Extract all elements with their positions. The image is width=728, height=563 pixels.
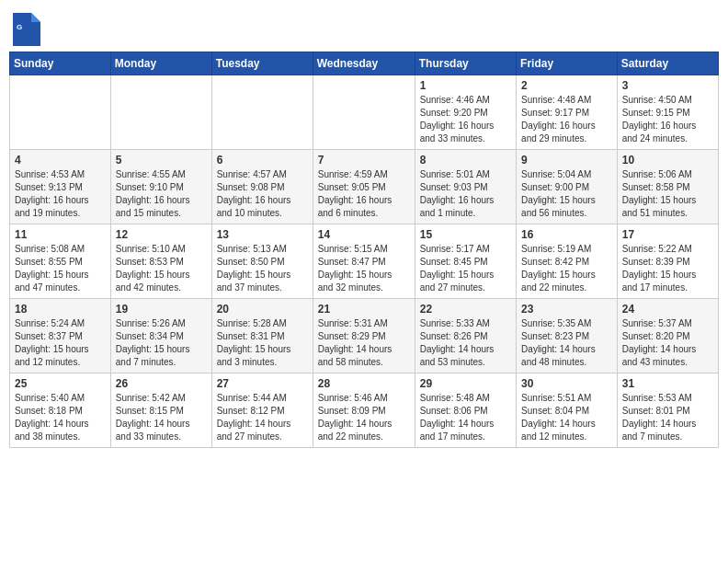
day-info: Sunrise: 5:44 AM Sunset: 8:12 PM Dayligh… bbox=[217, 392, 308, 443]
day-info: Sunrise: 4:55 AM Sunset: 9:10 PM Dayligh… bbox=[116, 168, 207, 220]
day-number: 21 bbox=[318, 303, 410, 316]
day-info: Sunrise: 5:15 AM Sunset: 8:47 PM Dayligh… bbox=[318, 243, 410, 294]
svg-marker-1 bbox=[31, 13, 40, 22]
calendar-cell: 17Sunrise: 5:22 AM Sunset: 8:39 PM Dayli… bbox=[617, 224, 718, 299]
calendar-cell: 22Sunrise: 5:33 AM Sunset: 8:26 PM Dayli… bbox=[415, 299, 516, 373]
day-info: Sunrise: 4:59 AM Sunset: 9:05 PM Dayligh… bbox=[318, 168, 410, 220]
calendar-cell bbox=[110, 75, 211, 150]
day-info: Sunrise: 4:48 AM Sunset: 9:17 PM Dayligh… bbox=[521, 94, 612, 145]
day-info: Sunrise: 5:37 AM Sunset: 8:20 PM Dayligh… bbox=[622, 317, 713, 369]
day-info: Sunrise: 5:22 AM Sunset: 8:39 PM Dayligh… bbox=[622, 243, 713, 294]
day-info: Sunrise: 5:10 AM Sunset: 8:53 PM Dayligh… bbox=[116, 243, 207, 294]
calendar-cell: 11Sunrise: 5:08 AM Sunset: 8:55 PM Dayli… bbox=[10, 224, 111, 299]
calendar-cell: 31Sunrise: 5:53 AM Sunset: 8:01 PM Dayli… bbox=[617, 373, 718, 448]
calendar-cell: 1Sunrise: 4:46 AM Sunset: 9:20 PM Daylig… bbox=[415, 75, 516, 150]
day-info: Sunrise: 5:46 AM Sunset: 8:09 PM Dayligh… bbox=[318, 392, 410, 443]
calendar-cell: 28Sunrise: 5:46 AM Sunset: 8:09 PM Dayli… bbox=[313, 373, 415, 448]
column-header-friday: Friday bbox=[517, 52, 618, 75]
day-info: Sunrise: 5:28 AM Sunset: 8:31 PM Dayligh… bbox=[217, 317, 308, 369]
day-info: Sunrise: 4:50 AM Sunset: 9:15 PM Dayligh… bbox=[622, 94, 713, 145]
logo: G bbox=[13, 13, 44, 46]
calendar-cell: 26Sunrise: 5:42 AM Sunset: 8:15 PM Dayli… bbox=[110, 373, 211, 448]
day-number: 17 bbox=[622, 228, 713, 241]
calendar-cell: 14Sunrise: 5:15 AM Sunset: 8:47 PM Dayli… bbox=[313, 224, 415, 299]
calendar-cell: 29Sunrise: 5:48 AM Sunset: 8:06 PM Dayli… bbox=[415, 373, 516, 448]
calendar-cell: 5Sunrise: 4:55 AM Sunset: 9:10 PM Daylig… bbox=[110, 150, 211, 224]
day-info: Sunrise: 5:04 AM Sunset: 9:00 PM Dayligh… bbox=[521, 168, 612, 220]
day-number: 2 bbox=[521, 79, 612, 92]
day-number: 15 bbox=[420, 228, 511, 241]
calendar-cell bbox=[10, 75, 111, 150]
column-header-wednesday: Wednesday bbox=[313, 52, 415, 75]
day-number: 16 bbox=[521, 228, 612, 241]
calendar-cell: 30Sunrise: 5:51 AM Sunset: 8:04 PM Dayli… bbox=[517, 373, 618, 448]
calendar-cell: 7Sunrise: 4:59 AM Sunset: 9:05 PM Daylig… bbox=[313, 150, 415, 224]
calendar-week-row: 11Sunrise: 5:08 AM Sunset: 8:55 PM Dayli… bbox=[10, 224, 719, 299]
day-number: 30 bbox=[521, 377, 612, 390]
day-number: 27 bbox=[217, 377, 308, 390]
calendar-cell: 24Sunrise: 5:37 AM Sunset: 8:20 PM Dayli… bbox=[617, 299, 718, 373]
day-number: 22 bbox=[420, 303, 511, 316]
day-number: 10 bbox=[622, 154, 713, 167]
calendar-header-row: SundayMondayTuesdayWednesdayThursdayFrid… bbox=[10, 52, 719, 75]
calendar-table: SundayMondayTuesdayWednesdayThursdayFrid… bbox=[9, 52, 719, 448]
column-header-tuesday: Tuesday bbox=[211, 52, 313, 75]
day-info: Sunrise: 5:06 AM Sunset: 8:58 PM Dayligh… bbox=[622, 168, 713, 220]
calendar-cell: 3Sunrise: 4:50 AM Sunset: 9:15 PM Daylig… bbox=[617, 75, 718, 150]
day-info: Sunrise: 5:42 AM Sunset: 8:15 PM Dayligh… bbox=[116, 392, 207, 443]
calendar-cell: 23Sunrise: 5:35 AM Sunset: 8:23 PM Dayli… bbox=[517, 299, 618, 373]
calendar-cell: 15Sunrise: 5:17 AM Sunset: 8:45 PM Dayli… bbox=[415, 224, 516, 299]
day-number: 1 bbox=[420, 79, 511, 92]
calendar-cell: 25Sunrise: 5:40 AM Sunset: 8:18 PM Dayli… bbox=[10, 373, 111, 448]
day-info: Sunrise: 5:33 AM Sunset: 8:26 PM Dayligh… bbox=[420, 317, 511, 369]
day-info: Sunrise: 4:57 AM Sunset: 9:08 PM Dayligh… bbox=[217, 168, 308, 220]
day-number: 11 bbox=[15, 228, 106, 241]
calendar-cell: 21Sunrise: 5:31 AM Sunset: 8:29 PM Dayli… bbox=[313, 299, 415, 373]
day-number: 19 bbox=[116, 303, 207, 316]
day-number: 4 bbox=[15, 154, 106, 167]
calendar-cell: 16Sunrise: 5:19 AM Sunset: 8:42 PM Dayli… bbox=[517, 224, 618, 299]
day-info: Sunrise: 5:48 AM Sunset: 8:06 PM Dayligh… bbox=[420, 392, 511, 443]
day-number: 3 bbox=[622, 79, 713, 92]
day-number: 8 bbox=[420, 154, 511, 167]
calendar-week-row: 25Sunrise: 5:40 AM Sunset: 8:18 PM Dayli… bbox=[10, 373, 719, 448]
day-info: Sunrise: 5:51 AM Sunset: 8:04 PM Dayligh… bbox=[521, 392, 612, 443]
calendar-cell: 2Sunrise: 4:48 AM Sunset: 9:17 PM Daylig… bbox=[517, 75, 618, 150]
day-info: Sunrise: 5:13 AM Sunset: 8:50 PM Dayligh… bbox=[217, 243, 308, 294]
calendar-cell: 8Sunrise: 5:01 AM Sunset: 9:03 PM Daylig… bbox=[415, 150, 516, 224]
calendar-cell: 6Sunrise: 4:57 AM Sunset: 9:08 PM Daylig… bbox=[211, 150, 313, 224]
column-header-sunday: Sunday bbox=[10, 52, 111, 75]
calendar-cell: 20Sunrise: 5:28 AM Sunset: 8:31 PM Dayli… bbox=[211, 299, 313, 373]
day-number: 9 bbox=[521, 154, 612, 167]
day-info: Sunrise: 5:08 AM Sunset: 8:55 PM Dayligh… bbox=[15, 243, 106, 294]
day-number: 6 bbox=[217, 154, 308, 167]
calendar-cell bbox=[211, 75, 313, 150]
calendar-cell: 10Sunrise: 5:06 AM Sunset: 8:58 PM Dayli… bbox=[617, 150, 718, 224]
day-number: 13 bbox=[217, 228, 308, 241]
calendar-cell bbox=[313, 75, 415, 150]
day-info: Sunrise: 4:46 AM Sunset: 9:20 PM Dayligh… bbox=[420, 94, 511, 145]
calendar-cell: 12Sunrise: 5:10 AM Sunset: 8:53 PM Dayli… bbox=[110, 224, 211, 299]
day-number: 12 bbox=[116, 228, 207, 241]
day-info: Sunrise: 5:19 AM Sunset: 8:42 PM Dayligh… bbox=[521, 243, 612, 294]
svg-text:G: G bbox=[17, 23, 22, 31]
day-number: 24 bbox=[622, 303, 713, 316]
calendar-week-row: 1Sunrise: 4:46 AM Sunset: 9:20 PM Daylig… bbox=[10, 75, 719, 150]
calendar-cell: 18Sunrise: 5:24 AM Sunset: 8:37 PM Dayli… bbox=[10, 299, 111, 373]
logo-icon: G bbox=[13, 13, 40, 46]
day-number: 14 bbox=[318, 228, 410, 241]
day-info: Sunrise: 5:24 AM Sunset: 8:37 PM Dayligh… bbox=[15, 317, 106, 369]
day-number: 7 bbox=[318, 154, 410, 167]
calendar-cell: 27Sunrise: 5:44 AM Sunset: 8:12 PM Dayli… bbox=[211, 373, 313, 448]
calendar-cell: 9Sunrise: 5:04 AM Sunset: 9:00 PM Daylig… bbox=[517, 150, 618, 224]
day-number: 31 bbox=[622, 377, 713, 390]
day-number: 20 bbox=[217, 303, 308, 316]
calendar-week-row: 4Sunrise: 4:53 AM Sunset: 9:13 PM Daylig… bbox=[10, 150, 719, 224]
day-info: Sunrise: 5:31 AM Sunset: 8:29 PM Dayligh… bbox=[318, 317, 410, 369]
column-header-saturday: Saturday bbox=[617, 52, 718, 75]
day-number: 26 bbox=[116, 377, 207, 390]
page-header: G bbox=[9, 9, 719, 46]
day-number: 5 bbox=[116, 154, 207, 167]
day-number: 25 bbox=[15, 377, 106, 390]
calendar-cell: 13Sunrise: 5:13 AM Sunset: 8:50 PM Dayli… bbox=[211, 224, 313, 299]
